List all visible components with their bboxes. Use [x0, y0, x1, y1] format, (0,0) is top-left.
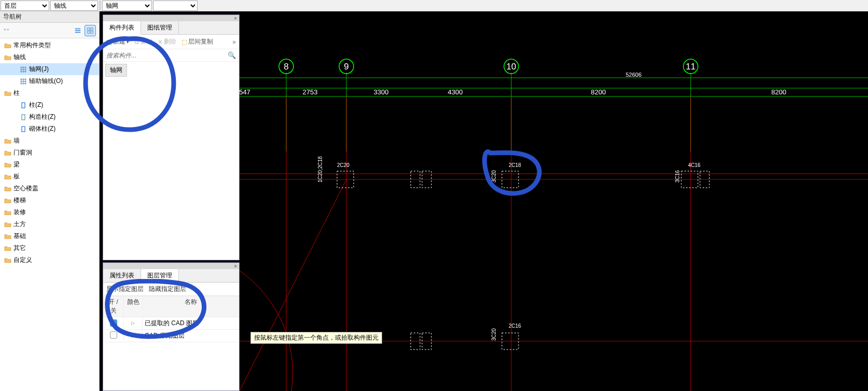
expand-collapse-icon[interactable]: ⁺⁺ [3, 27, 9, 34]
tab-drawing-manage[interactable]: 图纸管理 [141, 21, 179, 34]
view-list-button[interactable] [72, 25, 83, 36]
tree-item[interactable]: 砌体柱(Z) [0, 123, 99, 135]
close-icon[interactable]: × [234, 16, 237, 21]
component-list: 轴网 [103, 62, 239, 260]
svg-text:4C16: 4C16 [688, 162, 701, 168]
svg-rect-2 [75, 32, 81, 33]
svg-text:8200: 8200 [772, 88, 787, 96]
tree-category[interactable]: 自定义 [0, 254, 99, 266]
tree-category[interactable]: 楼梯 [0, 194, 99, 206]
col-onoff: 开 / 关 [103, 296, 124, 317]
svg-text:2C16: 2C16 [509, 323, 521, 329]
tree-category[interactable]: 墙 [0, 135, 99, 147]
tab-layers[interactable]: 图层管理 [141, 269, 179, 283]
svg-line-36 [240, 179, 346, 391]
top-toolbar: 首层 轴线 轴网 [0, 0, 868, 11]
property-panel: × 属性列表 图层管理 显示指定图层 隐藏指定图层 开 / 关 颜色 名称 ✓ … [103, 262, 240, 391]
svg-text:11: 11 [686, 62, 696, 72]
col-color: 颜色 [124, 296, 143, 317]
layer-table: 开 / 关 颜色 名称 ✓ ▷ 已提取的 CAD 图层 ▷ CAD 原始图层 [103, 296, 239, 342]
layer-checkbox[interactable] [110, 331, 117, 339]
tree-category[interactable]: 常用构件类型 [0, 39, 99, 51]
expand-icon[interactable]: ▷ [131, 320, 135, 326]
tree-category[interactable]: 柱 [0, 87, 99, 99]
svg-text:3C20: 3C20 [491, 170, 497, 183]
layer-header: 开 / 关 颜色 名称 [103, 296, 239, 317]
component-tabs: 构件列表 图纸管理 [103, 21, 239, 35]
tree-category[interactable]: 基础 [0, 230, 99, 242]
view-tree-button[interactable] [85, 25, 96, 36]
tree-item[interactable]: 辅助轴线(O) [0, 75, 99, 87]
component-select[interactable]: 轴网 [102, 1, 152, 11]
component-toolbar: ▣新建▾ ⧉复制 ✕删除 ⬚层间复制 » [103, 35, 239, 49]
nav-title: 导航树 [0, 11, 99, 23]
svg-text:4300: 4300 [448, 88, 463, 96]
tree-category[interactable]: 其它 [0, 242, 99, 254]
layer-row[interactable]: ▷ CAD 原始图层 [103, 330, 239, 342]
category-select[interactable]: 轴线 [50, 1, 98, 11]
svg-text:547: 547 [240, 88, 250, 96]
svg-text:2C20: 2C20 [337, 162, 349, 168]
navigation-panel: 导航树 ⁺⁺ 常用构件类型轴线轴网(J)辅助轴线(O)柱柱(Z)构造柱(Z)砌体… [0, 11, 100, 391]
tab-component-list[interactable]: 构件列表 [103, 21, 141, 35]
floor-copy-button[interactable]: ⬚层间复制 [181, 37, 213, 46]
tree-category[interactable]: 梁 [0, 159, 99, 171]
layer-name: 已提取的 CAD 图层 [143, 317, 239, 329]
search-input[interactable] [106, 52, 228, 59]
tab-properties[interactable]: 属性列表 [103, 269, 141, 282]
tree-category[interactable]: 装修 [0, 206, 99, 218]
extra-select[interactable] [153, 1, 198, 11]
search-icon[interactable]: 🔍 [228, 51, 236, 59]
svg-rect-20 [22, 115, 25, 120]
svg-text:9: 9 [344, 62, 348, 72]
svg-text:3300: 3300 [374, 88, 389, 96]
property-tabs: 属性列表 图层管理 [103, 269, 239, 283]
component-panel: × 构件列表 图纸管理 ▣新建▾ ⧉复制 ✕删除 ⬚层间复制 » 🔍 轴网 [103, 15, 240, 260]
svg-text:10: 10 [507, 62, 516, 72]
svg-text:3C20: 3C20 [491, 328, 497, 341]
property-panel-titlebar: × [103, 263, 239, 269]
tree-category[interactable]: 土方 [0, 218, 99, 230]
svg-rect-21 [22, 127, 25, 132]
svg-text:2753: 2753 [303, 88, 318, 96]
canvas-prompt: 按鼠标左键指定第一个角点，或拾取构件图元 [250, 332, 382, 344]
new-button[interactable]: ▣新建▾ [106, 37, 129, 46]
total-dim: 52606 [626, 72, 642, 78]
svg-rect-19 [22, 103, 25, 108]
floor-select[interactable]: 首层 [1, 1, 49, 11]
copy-button[interactable]: ⧉复制 [134, 37, 152, 46]
layer-checkbox[interactable]: ✓ [110, 319, 117, 327]
svg-rect-5 [88, 31, 90, 33]
tree-item[interactable]: 柱(Z) [0, 99, 99, 111]
layer-name: CAD 原始图层 [143, 330, 239, 342]
svg-rect-3 [88, 27, 90, 30]
show-layer-button[interactable]: 显示指定图层 [106, 285, 144, 292]
svg-text:8: 8 [284, 62, 288, 72]
component-item[interactable]: 轴网 [105, 64, 127, 77]
svg-rect-6 [91, 31, 93, 33]
delete-button[interactable]: ✕删除 [158, 37, 176, 46]
tree-category[interactable]: 空心楼盖 [0, 183, 99, 194]
tree-category[interactable]: 轴线 [0, 51, 99, 63]
toolbar-separator [99, 1, 101, 10]
col-name: 名称 [143, 296, 239, 317]
component-search: 🔍 [103, 49, 239, 62]
svg-text:2C18: 2C18 [509, 162, 521, 168]
close-icon[interactable]: × [234, 263, 237, 269]
layer-row[interactable]: ✓ ▷ 已提取的 CAD 图层 [103, 317, 239, 330]
expand-icon[interactable]: ▷ [131, 333, 135, 338]
svg-text:1C20;2C18: 1C20;2C18 [317, 156, 323, 183]
svg-text:3C16: 3C16 [675, 170, 680, 183]
tree-category[interactable]: 板 [0, 171, 99, 183]
tree-category[interactable]: 门窗洞 [0, 147, 99, 159]
svg-rect-1 [75, 30, 81, 31]
more-icon[interactable]: » [232, 38, 236, 46]
tree-item[interactable]: 构造柱(Z) [0, 111, 99, 123]
svg-rect-0 [75, 28, 81, 29]
component-panel-titlebar: × [103, 15, 239, 21]
layer-toolbar: 显示指定图层 隐藏指定图层 [103, 283, 239, 296]
tree-item[interactable]: 轴网(J) [0, 63, 99, 75]
nav-tree: 常用构件类型轴线轴网(J)辅助轴线(O)柱柱(Z)构造柱(Z)砌体柱(Z)墙门窗… [0, 38, 99, 267]
hide-layer-button[interactable]: 隐藏指定图层 [149, 285, 186, 292]
nav-tools: ⁺⁺ [0, 23, 99, 38]
